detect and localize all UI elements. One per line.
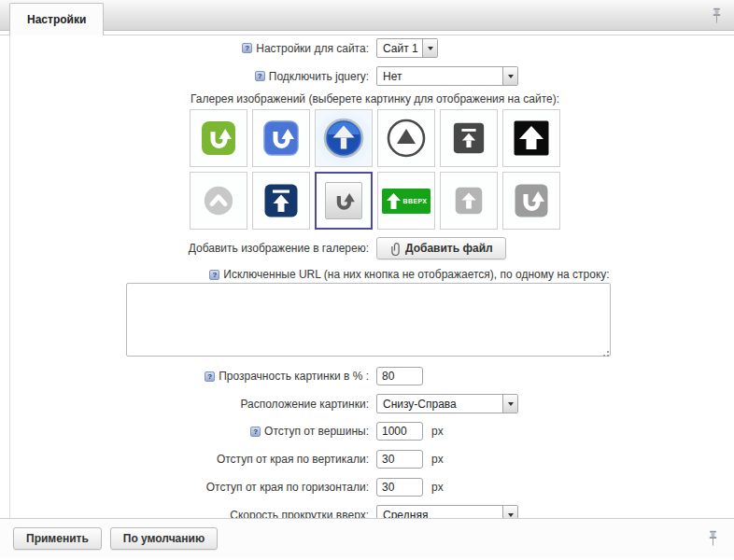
resize-grip-icon[interactable] xyxy=(600,348,609,357)
chevron-down-icon[interactable] xyxy=(502,395,517,413)
jquery-label: ? Подключить jquery: xyxy=(10,70,369,83)
offset-vertical-unit: px xyxy=(431,453,444,466)
light-gray-arrow-up-icon xyxy=(451,183,487,218)
pin-icon[interactable] xyxy=(707,530,719,547)
site-label: ? Настройки для сайта: xyxy=(10,42,369,55)
help-icon[interactable]: ? xyxy=(250,427,261,437)
silver-button-face xyxy=(325,182,362,219)
gray-uturn-arrow-icon xyxy=(513,182,550,219)
white-arrow-up-icon xyxy=(386,192,402,210)
gallery-item-green-uturn[interactable] xyxy=(190,109,247,167)
offset-horizontal-unit: px xyxy=(431,481,444,494)
jquery-select-value: Нет xyxy=(377,70,502,83)
add-file-button-label: Добавить файл xyxy=(405,242,493,255)
add-file-button[interactable]: Добавить файл xyxy=(376,237,506,259)
offset-top-label: ? Отступ от вершины: xyxy=(10,425,369,438)
outline-circle-triangle-icon xyxy=(386,118,427,159)
help-icon[interactable]: ? xyxy=(205,371,215,382)
position-label: Расположение картинки: xyxy=(10,398,369,411)
add-image-label: Добавить изображение в галерею: xyxy=(10,242,369,255)
green-uturn-arrow-icon xyxy=(200,119,237,157)
gallery-item-silver-uturn-selected[interactable] xyxy=(315,172,373,230)
help-icon[interactable]: ? xyxy=(255,71,265,81)
gallery-item-navy-upload[interactable] xyxy=(252,172,310,230)
gallery-row-1 xyxy=(10,109,734,167)
tab-settings[interactable]: Настройки xyxy=(9,3,104,35)
gray-circle-chevron-icon xyxy=(201,183,236,218)
scroll-speed-row: Скорость прокрутки вверх: Средняя xyxy=(10,505,734,518)
chevron-down-icon[interactable] xyxy=(422,39,437,57)
apply-button-label: Применить xyxy=(26,532,89,545)
gallery-item-dark-upload[interactable] xyxy=(440,109,498,167)
default-button-label: По умолчанию xyxy=(123,532,205,545)
vverh-label: ВВЕРХ xyxy=(403,198,428,204)
gallery-item-blue-uturn[interactable] xyxy=(252,109,310,167)
position-select[interactable]: Снизу-Справа xyxy=(376,394,518,413)
offset-top-row: ? Отступ от вершины: px xyxy=(10,422,734,441)
excluded-urls-label: ? Исключенные URL (на них кнопка не отоб… xyxy=(10,268,734,281)
offset-top-unit: px xyxy=(431,425,444,438)
dark-upload-arrow-icon xyxy=(451,120,487,156)
settings-panel: ? Настройки для сайта: Сайт 1 ? Подключи… xyxy=(9,35,734,518)
gallery-item-circle-triangle[interactable] xyxy=(377,109,435,167)
gallery-item-vverh-banner[interactable]: ВВЕРХ xyxy=(377,172,435,230)
glossy-blue-circle-arrow-icon xyxy=(323,118,364,159)
jquery-row: ? Подключить jquery: Нет xyxy=(10,66,734,86)
tab-settings-label: Настройки xyxy=(27,13,86,26)
blue-uturn-arrow-icon xyxy=(262,119,300,157)
offset-top-input[interactable] xyxy=(376,422,423,441)
help-icon[interactable]: ? xyxy=(242,43,252,53)
offset-horizontal-label: Отступ от края по горизонтали: xyxy=(10,481,369,494)
help-icon[interactable]: ? xyxy=(209,270,219,280)
offset-horizontal-row: Отступ от края по горизонтали: px xyxy=(10,478,734,497)
opacity-row: ? Прозрачность картинки в % : xyxy=(10,367,734,385)
excluded-urls-textarea[interactable] xyxy=(126,283,611,357)
gallery-row-2: ВВЕРХ xyxy=(10,172,734,230)
site-select-value: Сайт 1 xyxy=(377,42,422,55)
gallery-item-gray-circle-chevron[interactable] xyxy=(190,172,247,230)
position-row: Расположение картинки: Снизу-Справа xyxy=(10,394,734,413)
paperclip-icon xyxy=(389,242,400,256)
offset-horizontal-input[interactable] xyxy=(376,478,423,497)
scroll-speed-label: Скорость прокрутки вверх: xyxy=(10,509,369,519)
chevron-down-icon[interactable] xyxy=(502,506,517,518)
opacity-input[interactable] xyxy=(376,367,423,385)
default-button[interactable]: По умолчанию xyxy=(110,527,218,550)
offset-vertical-label: Отступ от края по вертикали: xyxy=(10,453,369,466)
gallery-title: Галерея изображений (выберете картинку д… xyxy=(10,92,734,105)
excluded-urls-wrap xyxy=(126,283,611,359)
gallery-item-lightgray-arrow[interactable] xyxy=(440,172,498,230)
site-row: ? Настройки для сайта: Сайт 1 xyxy=(10,38,734,58)
green-vverh-banner: ВВЕРХ xyxy=(382,189,431,214)
scroll-speed-select[interactable]: Средняя xyxy=(376,505,518,518)
scroll-speed-select-value: Средняя xyxy=(377,509,502,519)
gallery-item-glossy-circle-arrow[interactable] xyxy=(315,109,373,167)
offset-vertical-input[interactable] xyxy=(376,450,423,469)
jquery-select[interactable]: Нет xyxy=(376,66,518,86)
position-select-value: Снизу-Справа xyxy=(377,398,502,411)
navy-upload-arrow-icon xyxy=(262,182,300,219)
black-arrow-up-icon xyxy=(513,119,550,157)
footer-bar: Применить По умолчанию xyxy=(0,518,734,558)
opacity-label: ? Прозрачность картинки в % : xyxy=(10,370,369,383)
settings-content: ? Настройки для сайта: Сайт 1 ? Подключи… xyxy=(0,35,734,518)
add-image-row: Добавить изображение в галерею: Добавить… xyxy=(10,237,734,259)
chevron-down-icon[interactable] xyxy=(502,67,517,85)
gallery-item-black-arrow[interactable] xyxy=(502,109,560,167)
silver-uturn-arrow-icon xyxy=(328,185,360,217)
pin-icon[interactable] xyxy=(711,7,723,24)
gallery-item-gray-uturn[interactable] xyxy=(502,172,560,230)
tab-bar: Настройки xyxy=(0,0,734,31)
offset-vertical-row: Отступ от края по вертикали: px xyxy=(10,450,734,469)
site-select[interactable]: Сайт 1 xyxy=(376,38,438,58)
apply-button[interactable]: Применить xyxy=(13,527,102,550)
